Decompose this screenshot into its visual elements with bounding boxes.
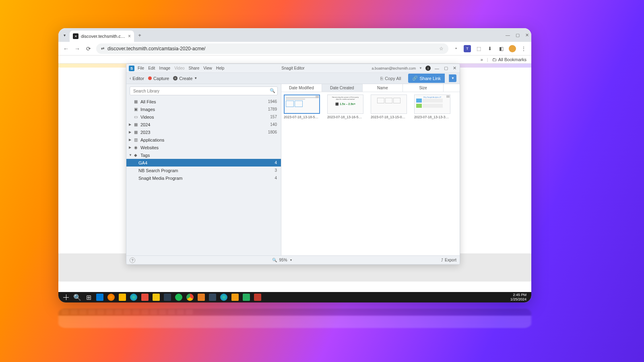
sidebar-tag-ga4[interactable]: GA4 4 <box>126 159 281 167</box>
capture-button[interactable]: Capture <box>148 76 169 81</box>
close-window-button[interactable]: ✕ <box>525 33 529 38</box>
taskbar-app-outlook[interactable] <box>95 293 105 302</box>
chrome-menu-icon[interactable]: ⋮ <box>520 45 527 52</box>
library-item[interactable]: Harnessing the power of first partydata … <box>327 95 363 119</box>
task-view-icon[interactable]: ⊞ <box>83 293 94 302</box>
all-bookmarks-button[interactable]: 🗀 All Bookmarks <box>492 57 526 62</box>
menu-help[interactable]: Help <box>216 66 225 70</box>
taskbar-app-snagit1[interactable] <box>196 293 206 302</box>
taskbar-app-yellow[interactable] <box>151 293 161 302</box>
expand-icon[interactable]: ▶ <box>129 138 133 142</box>
thumbnail[interactable]: Harnessing the power of first partydata … <box>327 95 363 114</box>
sidebar-tag-nb-search[interactable]: NB Search Program 3 <box>126 167 281 174</box>
close-tab-icon[interactable]: × <box>128 33 131 39</box>
info-icon[interactable]: i <box>425 66 431 71</box>
taskbar-search-icon[interactable]: 🔍 <box>72 293 83 302</box>
chevron-down-icon[interactable]: ▼ <box>290 259 293 261</box>
taskbar-app-explorer[interactable] <box>117 293 128 302</box>
expand-icon[interactable]: ▶ <box>129 123 133 126</box>
sort-name[interactable]: Name <box>363 84 403 92</box>
thumbnail[interactable] <box>284 95 320 114</box>
taskbar-app-wave[interactable] <box>162 293 173 302</box>
snagit-close-button[interactable]: ✕ <box>452 66 457 71</box>
share-link-dropdown[interactable]: ▼ <box>449 74 456 82</box>
downloads-icon[interactable]: ⬇ <box>486 45 493 52</box>
profile-avatar[interactable] <box>509 45 516 52</box>
editor-back-button[interactable]: ‹ Editor <box>130 76 144 81</box>
sidebar-item-videos[interactable]: ▭ Videos 157 <box>126 113 281 121</box>
sort-date-created[interactable]: Date Created <box>322 84 363 92</box>
tab-search-button[interactable]: ▾ <box>61 31 68 39</box>
library-item[interactable]: 2023-07-18_13-18-54.snagx <box>284 95 320 119</box>
library-item[interactable]: 2023-07-18_13-15-09.snagx <box>371 95 407 119</box>
menu-edit[interactable]: Edit <box>148 66 155 70</box>
expand-icon[interactable]: ▶ <box>129 130 133 134</box>
extension-icon[interactable]: • <box>452 45 460 52</box>
taskbar-app-yellow2[interactable] <box>230 293 240 302</box>
system-tray-clock[interactable]: 2:45 PM 1/25/2024 <box>510 293 529 302</box>
export-button[interactable]: ⤴ Export <box>441 258 456 262</box>
search-icon[interactable]: 🔍 <box>270 88 275 93</box>
menu-image[interactable]: Image <box>159 66 170 70</box>
site-info-icon[interactable]: ⇄ <box>101 46 104 51</box>
library-item[interactable]: Why Google Analytics 4? 2023-07-18_13-13… <box>414 95 450 119</box>
bookmarks-overflow-icon[interactable]: » <box>481 57 483 62</box>
side-panel-icon[interactable]: ◧ <box>497 45 505 52</box>
start-button[interactable] <box>61 293 71 302</box>
address-bar[interactable]: ⇄ ☆ <box>96 43 448 54</box>
snagit-status-bar: ? 🔍 95% ▼ ⤴ Export <box>126 255 460 264</box>
snagit-titlebar: S File Edit Image Video Share View Help … <box>126 64 460 73</box>
taskbar-app-red[interactable] <box>140 293 150 302</box>
forward-button[interactable]: → <box>74 45 81 52</box>
maximize-button[interactable]: ▢ <box>516 33 520 38</box>
zoom-search-icon[interactable]: 🔍 <box>272 258 277 262</box>
sidebar-item-websites[interactable]: ▶◉ Websites <box>126 144 281 151</box>
minimize-button[interactable]: — <box>506 33 510 38</box>
taskbar-app-chrome[interactable] <box>185 293 195 302</box>
thumbnail[interactable]: Why Google Analytics 4? <box>414 95 450 114</box>
search-input[interactable] <box>130 86 278 95</box>
snagit-minimize-button[interactable]: — <box>434 66 440 71</box>
new-tab-button[interactable]: + <box>136 31 144 39</box>
url-input[interactable] <box>107 46 436 51</box>
browser-tab[interactable]: ✕ discover.techsmith.com/camta... × <box>70 31 134 42</box>
menu-share[interactable]: Share <box>189 66 200 70</box>
menu-video[interactable]: Video <box>174 66 184 70</box>
sort-date-modified[interactable]: Date Modified <box>281 84 322 92</box>
sort-size[interactable]: Size <box>403 84 444 92</box>
sort-extra[interactable] <box>444 84 460 92</box>
taskbar-app-edge[interactable] <box>128 293 139 302</box>
zoom-level[interactable]: 95% <box>279 258 287 262</box>
menu-file[interactable]: File <box>138 66 144 70</box>
snagit-maximize-button[interactable]: ▢ <box>443 66 449 71</box>
sidebar-item-2023[interactable]: ▶▦ 2023 1806 <box>126 128 281 136</box>
library-main: Date Modified Date Created Name Size 202… <box>281 84 460 255</box>
taskbar-app-camtasia[interactable] <box>241 293 252 302</box>
sidebar-item-all-files[interactable]: ▦ All Files 1946 <box>126 98 281 105</box>
taskbar-app-edge2[interactable] <box>219 293 229 302</box>
taskbar-app-firefox[interactable] <box>106 293 116 302</box>
taskbar-app-recorder[interactable] <box>252 293 263 302</box>
collapse-icon[interactable]: ▼ <box>129 153 133 157</box>
copy-all-button[interactable]: ⎘ Copy All <box>377 74 404 82</box>
sidebar-item-images[interactable]: ▣ Images 1789 <box>126 105 281 113</box>
create-button[interactable]: + Create ▼ <box>173 76 197 81</box>
menu-view[interactable]: View <box>203 66 212 70</box>
extension-teams-icon[interactable]: T <box>464 45 471 52</box>
help-icon[interactable]: ? <box>130 257 135 263</box>
taskbar-app-snagit2[interactable] <box>207 293 218 302</box>
account-label[interactable]: a.boatman@techsmith.com <box>372 66 416 70</box>
taskbar-app-spotify[interactable] <box>173 293 184 302</box>
bookmark-star-icon[interactable]: ☆ <box>439 46 444 51</box>
back-button[interactable]: ← <box>62 45 70 52</box>
extensions-menu-icon[interactable]: ⬚ <box>475 45 482 52</box>
sidebar-item-applications[interactable]: ▶▥ Applications <box>126 136 281 144</box>
sidebar-tag-snagit-media[interactable]: Snagit Media Program 4 <box>126 174 281 182</box>
desktop-window: ▾ ✕ discover.techsmith.com/camta... × + … <box>58 28 531 302</box>
sidebar-item-2024[interactable]: ▶▦ 2024 140 <box>126 121 281 128</box>
sidebar-item-tags[interactable]: ▼◆ Tags <box>126 151 281 159</box>
reload-button[interactable]: ⟳ <box>85 45 92 52</box>
share-link-button[interactable]: 🔗 Share Link <box>408 74 445 83</box>
thumbnail[interactable] <box>371 95 407 114</box>
expand-icon[interactable]: ▶ <box>129 146 133 149</box>
